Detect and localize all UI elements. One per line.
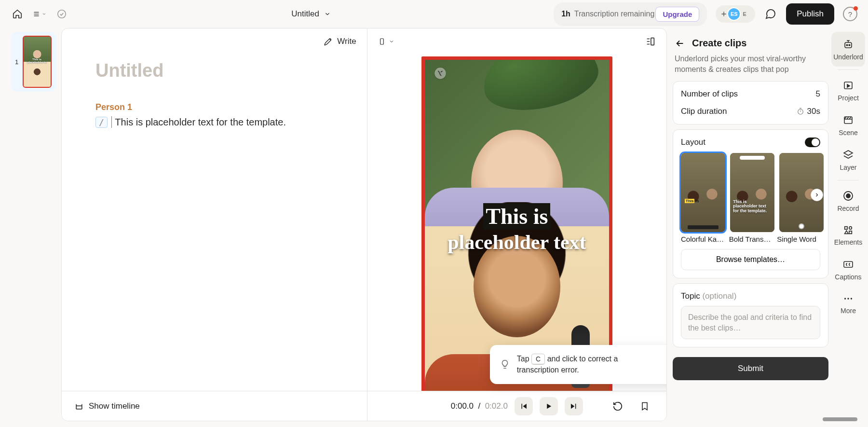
editor-area: Write Untitled Person 1 / This is placeh… (61, 28, 667, 421)
scene-thumb-preview: This is placeholder te (23, 36, 52, 88)
layout-label: Layout (681, 138, 705, 147)
device-orientation-button[interactable] (378, 36, 394, 47)
sidebar-item-captions[interactable]: Captions (831, 252, 865, 287)
templates-next-button[interactable] (811, 189, 823, 201)
svg-rect-13 (845, 227, 848, 230)
sidebar-item-underlord[interactable]: Underlord (831, 32, 865, 67)
sidebar-item-layer[interactable]: Layer (831, 142, 865, 177)
clip-settings-card: Number of clips 5 Clip duration 30s (673, 81, 828, 124)
submit-button[interactable]: Submit (673, 357, 828, 380)
template-option[interactable]: This is placeholder text for the templat… (730, 153, 774, 232)
topic-label: Topic (681, 291, 700, 301)
back-button[interactable] (675, 38, 685, 49)
tip-text: Tap C and click to correct a transcripti… (517, 354, 658, 375)
resize-handle-icon[interactable] (823, 417, 857, 421)
num-clips-row[interactable]: Number of clips 5 (681, 89, 820, 99)
scene-thumbnail[interactable]: 1 This is placeholder te (11, 32, 56, 92)
svg-rect-3 (651, 38, 654, 45)
svg-rect-15 (844, 262, 853, 267)
template-option[interactable]: This is (681, 153, 725, 232)
loop-button[interactable] (609, 397, 627, 415)
transport-bar: Show timeline (62, 391, 367, 421)
svg-point-0 (58, 10, 66, 18)
svg-rect-2 (380, 39, 383, 44)
layout-card: Layout This is This is placeholder text … (673, 129, 828, 278)
scene-index: 1 (14, 58, 20, 66)
layers-icon (842, 149, 854, 161)
text-caret-icon (111, 116, 112, 128)
skip-back-button[interactable] (515, 397, 533, 415)
inspector-panel: Create clips Underlord picks your most v… (667, 28, 828, 421)
lightbulb-icon (500, 359, 510, 370)
transcript-line[interactable]: / This is placeholder text for the templ… (95, 116, 338, 128)
right-sidebar: Underlord Project Scene Layer Record Ele… (828, 28, 868, 427)
transcription-hours: 1h (561, 10, 570, 18)
comments-icon[interactable] (764, 7, 777, 21)
inspector-description: Underlord picks your most viral-worthy m… (673, 52, 828, 81)
slash-command-icon[interactable]: / (95, 117, 108, 128)
phone-portrait-icon (378, 36, 386, 47)
svg-point-16 (844, 298, 846, 299)
sidebar-item-more[interactable]: More (831, 287, 865, 320)
tip-popover: Tap C and click to correct a transcripti… (490, 345, 667, 384)
speaker-label[interactable]: Person 1 (95, 102, 338, 112)
publish-button[interactable]: Publish (786, 3, 834, 25)
caption-overlay: This is placeholder text (425, 205, 609, 253)
sidebar-item-project[interactable]: Project (831, 73, 865, 108)
collaborator-stack[interactable]: ES E (716, 5, 755, 23)
project-title-button[interactable]: Untitled (291, 9, 331, 19)
svg-point-7 (846, 44, 848, 46)
write-label: Write (337, 37, 356, 46)
stopwatch-icon (797, 108, 804, 115)
topic-input[interactable]: Describe the goal and criteria to find t… (681, 306, 820, 339)
play-button[interactable] (540, 397, 558, 415)
svg-rect-6 (845, 42, 852, 48)
sidebar-item-record[interactable]: Record (831, 183, 865, 218)
record-icon (842, 190, 854, 202)
chevron-down-icon (324, 11, 331, 17)
key-c-icon: C (531, 354, 545, 365)
notification-dot-icon (854, 6, 858, 11)
template-name: Single Word (777, 235, 820, 243)
project-icon (842, 80, 854, 91)
home-icon[interactable] (11, 7, 24, 21)
preview-pane: This is placeholder text 0:00.0 / 0:02.0 (367, 28, 666, 421)
write-button[interactable]: Write (324, 37, 356, 46)
layout-toggle[interactable] (805, 138, 820, 147)
bookmark-button[interactable] (636, 397, 654, 415)
more-icon (843, 293, 854, 304)
svg-point-17 (847, 298, 849, 299)
chevron-down-icon (389, 39, 394, 44)
show-timeline-button[interactable]: Show timeline (74, 401, 140, 411)
template-strip: This is This is placeholder text for the… (681, 153, 820, 232)
document-title[interactable]: Untitled (95, 60, 338, 81)
svg-point-18 (851, 298, 852, 299)
playhead-time: 0:00.0 / 0:02.0 (451, 401, 508, 411)
robot-icon (842, 39, 854, 50)
browse-templates-button[interactable]: Browse templates… (681, 249, 820, 270)
scene-rail: 1 This is placeholder te (6, 28, 61, 421)
topbar: Untitled 1h Transcription remaining Upgr… (0, 0, 868, 28)
avatar: E (738, 7, 751, 21)
svg-point-12 (846, 194, 850, 198)
upgrade-button[interactable]: Upgrade (655, 7, 699, 22)
timeline-icon (74, 401, 84, 411)
layout-panel-toggle-icon[interactable] (645, 36, 656, 47)
transcription-label: Transcription remaining (574, 10, 655, 18)
transcription-remaining-pill: 1h Transcription remaining Upgrade (554, 2, 707, 26)
svg-point-8 (849, 44, 850, 46)
help-button[interactable]: ? (843, 7, 857, 21)
skip-forward-button[interactable] (565, 397, 583, 415)
captions-icon (842, 259, 854, 270)
template-name: Colorful Ka… (681, 235, 724, 243)
menu-icon[interactable] (33, 7, 46, 21)
elements-icon (843, 225, 854, 235)
sidebar-item-elements[interactable]: Elements (831, 218, 865, 252)
clip-duration-row[interactable]: Clip duration 30s (681, 107, 820, 116)
pen-icon (324, 37, 333, 46)
transcript-pane: Write Untitled Person 1 / This is placeh… (62, 28, 367, 421)
topic-optional-label: (optional) (702, 291, 736, 301)
topic-card: Topic (optional) Describe the goal and c… (673, 283, 828, 347)
inspector-title: Create clips (692, 38, 746, 49)
sidebar-item-scene[interactable]: Scene (831, 108, 865, 142)
